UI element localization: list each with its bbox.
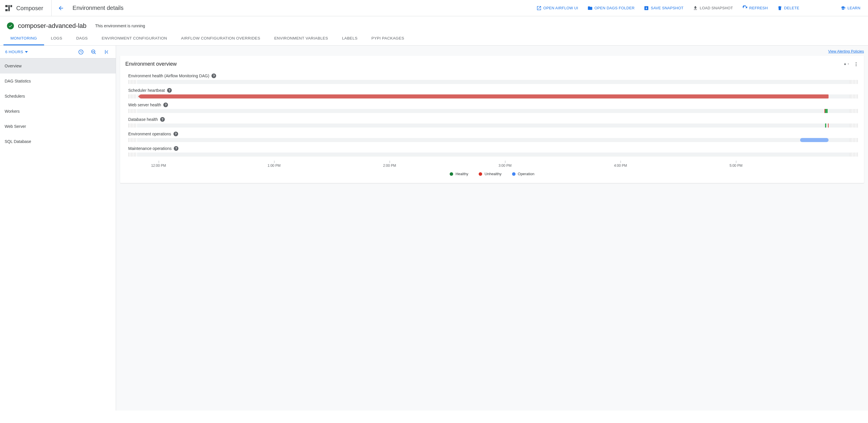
svg-rect-3 <box>10 5 12 7</box>
refresh-icon <box>742 5 748 11</box>
load-snapshot-icon <box>693 5 698 11</box>
environment-name: composer-advanced-lab <box>18 22 87 30</box>
refresh-button[interactable]: REFRESH <box>740 4 771 12</box>
axis-label: 3:00 PM <box>499 164 512 168</box>
sidebar-toolbar: 6 HOURS <box>0 46 116 58</box>
dropdown-caret-icon <box>25 51 28 53</box>
help-icon[interactable]: ? <box>163 103 168 107</box>
back-button[interactable] <box>57 5 64 11</box>
environment-status-text: This environment is running <box>95 24 145 28</box>
content-area: 6 HOURS Overview DAG Statistics Schedule… <box>0 46 868 411</box>
sidebar-item-workers[interactable]: Workers <box>0 104 116 119</box>
alert-link-row: View Alerting Policies <box>120 49 864 56</box>
legend-dot-blue-icon <box>512 172 516 176</box>
svg-point-7 <box>856 64 857 64</box>
top-bar: Composer Environment details OPEN AIRFLO… <box>0 0 868 16</box>
open-external-icon <box>536 5 541 11</box>
environment-header: composer-advanced-lab This environment i… <box>0 16 868 32</box>
collapse-panel-icon[interactable] <box>103 49 110 55</box>
metric-track <box>128 123 859 128</box>
metric-label: Environment health (Airflow Monitoring D… <box>128 74 209 78</box>
legend-operation: Operation <box>512 172 534 176</box>
tab-airflow-configuration-overrides[interactable]: AIRFLOW CONFIGURATION OVERRIDES <box>174 32 267 45</box>
metric-environment-health: Environment health (Airflow Monitoring D… <box>125 74 859 84</box>
tab-environment-configuration[interactable]: ENVIRONMENT CONFIGURATION <box>95 32 174 45</box>
axis-label: 12:00 PM <box>151 164 166 168</box>
tab-labels[interactable]: LABELS <box>335 32 364 45</box>
axis-label: 5:00 PM <box>730 164 743 168</box>
help-icon[interactable]: ? <box>174 146 178 151</box>
metric-track <box>128 152 859 157</box>
product-name[interactable]: Composer <box>16 0 52 16</box>
button-label: OPEN DAGS FOLDER <box>594 6 634 10</box>
svg-rect-2 <box>5 9 7 11</box>
help-icon[interactable]: ? <box>174 132 178 136</box>
metric-track <box>128 138 859 142</box>
save-snapshot-button[interactable]: SAVE SNAPSHOT <box>641 4 686 12</box>
axis-label: 1:00 PM <box>268 164 281 168</box>
sidebar-item-web-server[interactable]: Web Server <box>0 119 116 134</box>
metric-database-health: Database health ? <box>125 117 859 128</box>
axis-label: 4:00 PM <box>614 164 627 168</box>
load-snapshot-button[interactable]: LOAD SNAPSHOT <box>690 4 736 12</box>
button-label: OPEN AIRFLOW UI <box>544 6 578 10</box>
metric-track <box>128 80 859 84</box>
metric-label: Database health <box>128 117 158 122</box>
metric-label: Scheduler heartbeat <box>128 88 165 93</box>
tab-logs[interactable]: LOGS <box>44 32 69 45</box>
tab-dags[interactable]: DAGS <box>69 32 95 45</box>
svg-point-6 <box>856 62 857 63</box>
help-icon[interactable]: ? <box>160 117 165 122</box>
learn-icon <box>840 5 846 11</box>
learn-button[interactable]: LEARN <box>838 4 863 12</box>
time-range-selector[interactable]: 6 HOURS <box>3 48 30 56</box>
svg-rect-0 <box>5 5 7 7</box>
help-icon[interactable]: ? <box>167 88 172 93</box>
toolbar-actions: OPEN AIRFLOW UI OPEN DAGS FOLDER SAVE SN… <box>533 4 863 12</box>
button-label: DELETE <box>784 6 799 10</box>
time-range-label: 6 HOURS <box>5 50 23 54</box>
svg-point-8 <box>856 65 857 66</box>
folder-icon <box>587 5 593 11</box>
metric-label: Web server health <box>128 103 161 107</box>
sidebar-item-overview[interactable]: Overview <box>0 58 116 74</box>
tab-pypi-packages[interactable]: PYPI PACKAGES <box>364 32 411 45</box>
legend-dot-red-icon <box>479 172 482 176</box>
trash-icon <box>777 5 782 11</box>
page-title: Environment details <box>72 5 124 11</box>
open-dags-folder-button[interactable]: OPEN DAGS FOLDER <box>585 4 638 12</box>
button-label: LOAD SNAPSHOT <box>700 6 733 10</box>
sidebar-item-dag-statistics[interactable]: DAG Statistics <box>0 74 116 89</box>
metric-maintenance-operations: Maintenance operations ? <box>125 146 859 157</box>
button-label: REFRESH <box>749 6 768 10</box>
legend-healthy: Healthy <box>450 172 468 176</box>
button-label: LEARN <box>847 6 861 10</box>
metric-label: Maintenance operations <box>128 146 172 151</box>
clock-icon[interactable] <box>78 49 84 55</box>
metric-scheduler-heartbeat: Scheduler heartbeat ? <box>125 88 859 98</box>
notification-dropdown-icon[interactable] <box>844 62 849 67</box>
composer-logo-icon <box>5 4 13 12</box>
zoom-out-icon[interactable] <box>91 49 97 55</box>
sidebar-item-sql-database[interactable]: SQL Database <box>0 134 116 149</box>
tab-bar: MONITORING LOGS DAGS ENVIRONMENT CONFIGU… <box>0 32 868 46</box>
chart-legend: Healthy Unhealthy Operation <box>125 172 859 176</box>
sidebar-item-schedulers[interactable]: Schedulers <box>0 89 116 104</box>
help-icon[interactable]: ? <box>212 74 216 78</box>
main-panel: View Alerting Policies Environment overv… <box>116 46 868 411</box>
tab-monitoring[interactable]: MONITORING <box>3 32 44 45</box>
delete-button[interactable]: DELETE <box>774 4 802 12</box>
metric-track <box>128 94 859 98</box>
svg-rect-1 <box>8 5 10 11</box>
axis-label: 2:00 PM <box>383 164 396 168</box>
button-label: SAVE SNAPSHOT <box>651 6 683 10</box>
metric-environment-operations: Environment operations ? <box>125 132 859 142</box>
open-airflow-ui-button[interactable]: OPEN AIRFLOW UI <box>533 4 581 12</box>
view-alerting-policies-link[interactable]: View Alerting Policies <box>828 49 864 53</box>
environment-overview-card: Environment overview Environment health … <box>120 56 864 183</box>
tab-environment-variables[interactable]: ENVIRONMENT VARIABLES <box>267 32 335 45</box>
legend-unhealthy: Unhealthy <box>479 172 502 176</box>
more-options-icon[interactable] <box>854 62 859 67</box>
status-check-icon <box>7 22 14 29</box>
save-snapshot-icon <box>644 5 649 11</box>
